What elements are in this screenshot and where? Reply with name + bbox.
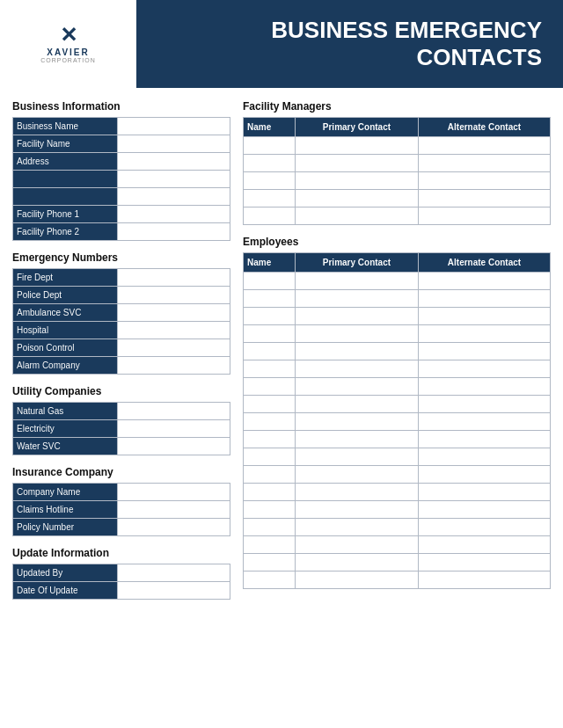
col-name: Name xyxy=(244,253,296,273)
field-value[interactable] xyxy=(117,206,230,223)
field-value[interactable] xyxy=(117,564,230,582)
update-info-table: Updated By Date Of Update xyxy=(12,564,230,600)
field-value[interactable] xyxy=(117,135,230,153)
table-row xyxy=(244,273,551,290)
table-row: Date Of Update xyxy=(13,582,230,600)
field-value[interactable] xyxy=(117,501,230,519)
col-alternate-contact: Alternate Contact xyxy=(418,253,550,273)
table-row xyxy=(244,396,551,413)
field-value[interactable] xyxy=(117,403,230,420)
field-label: Updated By xyxy=(13,564,118,582)
field-label: Alarm Company xyxy=(13,357,118,375)
table-header-row: Name Primary Contact Alternate Contact xyxy=(244,253,551,273)
table-row xyxy=(244,431,551,448)
left-column: Business Information Business Name Facil… xyxy=(12,100,230,600)
table-row xyxy=(244,155,551,172)
update-info-title: Update Information xyxy=(12,547,230,559)
field-value[interactable] xyxy=(117,438,230,455)
field-value[interactable] xyxy=(117,420,230,438)
insurance-company-table: Company Name Claims Hotline Policy Numbe… xyxy=(12,483,230,536)
table-row: Electricity xyxy=(13,420,230,438)
field-value[interactable] xyxy=(117,304,230,322)
field-value[interactable] xyxy=(117,322,230,339)
page-title: BUSINESS EMERGENCY CONTACTS xyxy=(271,17,542,71)
field-label: Natural Gas xyxy=(13,403,118,420)
table-row: Business Name xyxy=(13,118,230,135)
field-value[interactable] xyxy=(117,188,230,206)
col-primary-contact: Primary Contact xyxy=(295,118,418,137)
table-row xyxy=(244,519,551,536)
table-row xyxy=(244,137,551,155)
table-row: Address xyxy=(13,153,230,171)
logo-icon: ✕ xyxy=(60,25,77,46)
field-label: Police Dept xyxy=(13,287,118,304)
logo-name: XAVIER xyxy=(47,47,90,57)
field-value[interactable] xyxy=(117,223,230,241)
col-primary-contact: Primary Contact xyxy=(295,253,418,273)
employees-title: Employees xyxy=(243,236,551,248)
field-label: Company Name xyxy=(13,484,118,501)
table-row xyxy=(244,501,551,519)
insurance-company-title: Insurance Company xyxy=(12,466,230,478)
logo-corp: CORPORATION xyxy=(40,57,96,63)
table-row xyxy=(244,172,551,190)
field-value[interactable] xyxy=(117,484,230,501)
field-label: Hospital xyxy=(13,322,118,339)
table-row: Water SVC xyxy=(13,438,230,455)
col-name: Name xyxy=(244,118,296,137)
field-value[interactable] xyxy=(117,171,230,188)
utility-companies-title: Utility Companies xyxy=(12,385,230,397)
field-value[interactable] xyxy=(117,153,230,171)
col-alternate-contact: Alternate Contact xyxy=(418,118,550,137)
logo-box: ✕ XAVIER CORPORATION xyxy=(0,0,136,88)
business-info-title: Business Information xyxy=(12,100,230,113)
emergency-numbers-table: Fire Dept Police Dept Ambulance SVC Hosp… xyxy=(12,268,230,375)
field-label: Address xyxy=(13,153,118,171)
field-label: Claims Hotline xyxy=(13,501,118,519)
field-label: Facility Phone 1 xyxy=(13,206,118,223)
emergency-numbers-title: Emergency Numbers xyxy=(12,251,230,264)
facility-managers-title: Facility Managers xyxy=(243,100,551,113)
table-row xyxy=(244,413,551,431)
field-value[interactable] xyxy=(117,118,230,135)
table-row: Natural Gas xyxy=(13,403,230,420)
main-content: Business Information Business Name Facil… xyxy=(0,88,563,612)
right-column: Facility Managers Name Primary Contact A… xyxy=(243,100,551,600)
business-info-table: Business Name Facility Name Address Faci… xyxy=(12,117,230,241)
table-row xyxy=(244,378,551,396)
table-row xyxy=(244,360,551,378)
table-header-row: Name Primary Contact Alternate Contact xyxy=(244,118,551,137)
table-row: Claims Hotline xyxy=(13,501,230,519)
table-row xyxy=(244,190,551,207)
field-value[interactable] xyxy=(117,519,230,536)
table-row: Poison Control xyxy=(13,339,230,357)
table-row: Police Dept xyxy=(13,287,230,304)
field-value[interactable] xyxy=(117,339,230,357)
field-label: Fire Dept xyxy=(13,269,118,287)
field-label: Electricity xyxy=(13,420,118,438)
table-row: Facility Phone 1 xyxy=(13,206,230,223)
field-value[interactable] xyxy=(117,287,230,304)
table-row xyxy=(244,308,551,325)
table-row: Company Name xyxy=(13,484,230,501)
table-row xyxy=(244,554,551,571)
field-label: Business Name xyxy=(13,118,118,135)
table-row xyxy=(13,171,230,188)
utility-companies-table: Natural Gas Electricity Water SVC xyxy=(12,402,230,455)
field-value[interactable] xyxy=(117,357,230,375)
table-row xyxy=(244,536,551,554)
table-row xyxy=(244,325,551,343)
table-row: Hospital xyxy=(13,322,230,339)
table-row xyxy=(244,484,551,501)
table-row: Facility Name xyxy=(13,135,230,153)
field-label: Water SVC xyxy=(13,438,118,455)
table-row xyxy=(13,188,230,206)
table-row: Updated By xyxy=(13,564,230,582)
field-value[interactable] xyxy=(117,582,230,600)
employees-table: Name Primary Contact Alternate Contact xyxy=(243,252,551,589)
field-value[interactable] xyxy=(117,269,230,287)
table-row: Fire Dept xyxy=(13,269,230,287)
field-label: Facility Name xyxy=(13,135,118,153)
page-header: ✕ XAVIER CORPORATION BUSINESS EMERGENCY … xyxy=(0,0,563,88)
table-row xyxy=(244,448,551,466)
